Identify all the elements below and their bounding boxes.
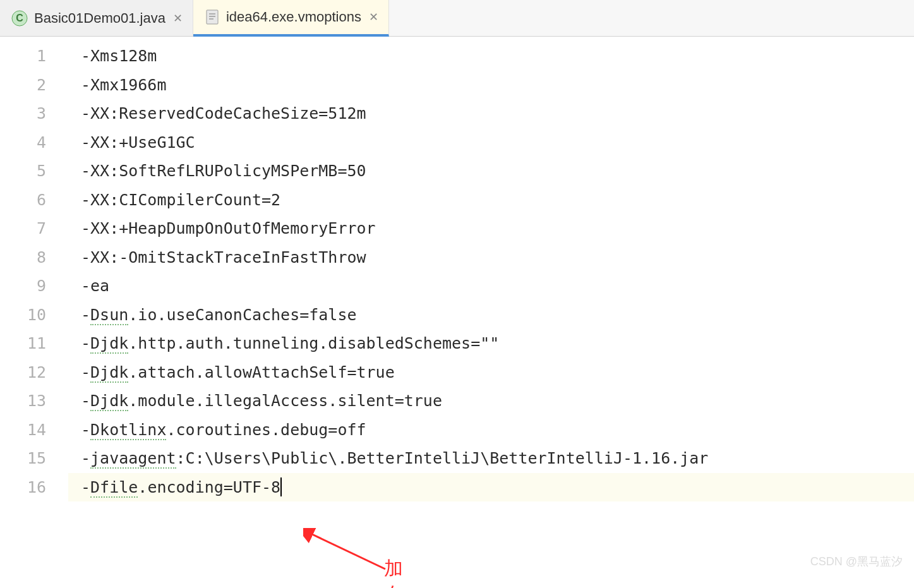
tab-basic01demo01[interactable]: C Basic01Demo01.java ✕	[0, 0, 193, 36]
code-line[interactable]: -javaagent:C:\Users\Public\.BetterIntell…	[81, 444, 914, 473]
editor-tabs: C Basic01Demo01.java ✕ idea64.exe.vmopti…	[0, 0, 914, 37]
editor-area: 12345678910111213141516 -Xms128m-Xmx1966…	[0, 37, 914, 588]
line-number: 11	[0, 329, 68, 358]
tab-label: idea64.exe.vmoptions	[226, 9, 361, 25]
line-number: 16	[0, 473, 68, 502]
line-number: 10	[0, 301, 68, 330]
file-icon	[205, 9, 220, 25]
text-caret	[280, 477, 282, 496]
svg-rect-2	[207, 10, 218, 24]
code-line[interactable]: -Djdk.module.illegalAccess.silent=true	[81, 387, 914, 416]
line-number: 13	[0, 387, 68, 416]
tab-label: Basic01Demo01.java	[34, 10, 165, 27]
code-line[interactable]: -Dfile.encoding=UTF-8	[68, 473, 914, 502]
line-number: 3	[0, 99, 68, 128]
code-line[interactable]: -XX:ReservedCodeCacheSize=512m	[81, 99, 914, 128]
line-number: 14	[0, 416, 68, 445]
code-line[interactable]: -Dsun.io.useCanonCaches=false	[81, 301, 914, 330]
code-line[interactable]: -XX:+HeapDumpOnOutOfMemoryError	[81, 214, 914, 243]
code-line[interactable]: -XX:CICompilerCount=2	[81, 186, 914, 215]
line-number: 8	[0, 243, 68, 272]
line-number: 15	[0, 444, 68, 473]
line-number: 5	[0, 157, 68, 186]
code-line[interactable]: -Xmx1966m	[81, 71, 914, 100]
code-line[interactable]: -ea	[81, 272, 914, 301]
code-line[interactable]: -XX:+UseG1GC	[81, 128, 914, 157]
code-content[interactable]: -Xms128m-Xmx1966m-XX:ReservedCodeCacheSi…	[68, 37, 914, 588]
line-number: 4	[0, 128, 68, 157]
code-line[interactable]: -XX:-OmitStackTraceInFastThrow	[81, 243, 914, 272]
tab-vmoptions[interactable]: idea64.exe.vmoptions ✕	[193, 0, 389, 37]
line-number: 1	[0, 42, 68, 71]
close-icon[interactable]: ✕	[172, 11, 184, 25]
code-line[interactable]: -Xms128m	[81, 42, 914, 71]
code-line[interactable]: -Dkotlinx.coroutines.debug=off	[81, 416, 914, 445]
line-number-gutter: 12345678910111213141516	[0, 37, 68, 588]
line-number: 12	[0, 358, 68, 387]
code-line[interactable]: -Djdk.attach.allowAttachSelf=true	[81, 358, 914, 387]
class-icon: C	[11, 10, 28, 27]
line-number: 6	[0, 186, 68, 215]
watermark-text: CSDN @黑马蓝汐	[810, 554, 903, 569]
code-line[interactable]: -XX:SoftRefLRUPolicyMSPerMB=50	[81, 157, 914, 186]
close-icon[interactable]: ✕	[368, 10, 380, 24]
line-number: 2	[0, 71, 68, 100]
svg-text:C: C	[16, 13, 23, 23]
code-line[interactable]: -Djdk.http.auth.tunneling.disabledScheme…	[81, 329, 914, 358]
line-number: 7	[0, 214, 68, 243]
line-number: 9	[0, 272, 68, 301]
